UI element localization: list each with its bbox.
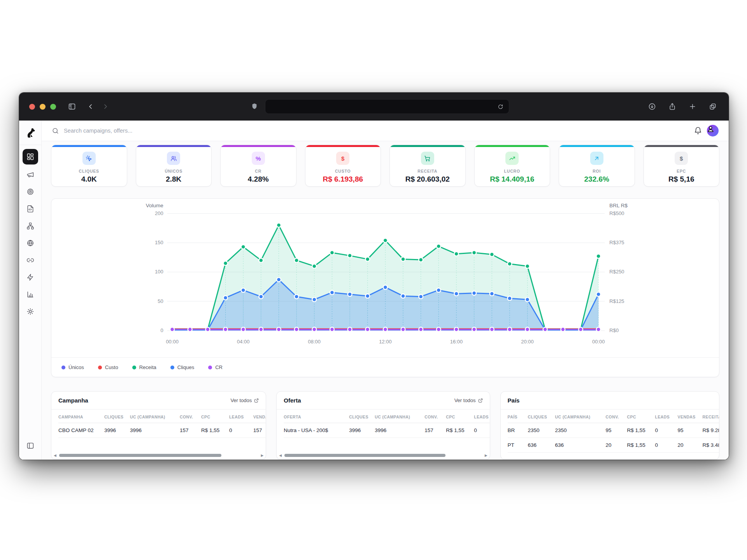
legend-item-unicos[interactable]: Únicos <box>61 364 84 370</box>
new-tab-icon[interactable] <box>687 101 698 112</box>
minimize-window-button[interactable] <box>40 104 46 110</box>
column-header: UC (CAMPANHA) <box>130 410 180 423</box>
svg-text:R$375: R$375 <box>609 240 624 245</box>
table-row[interactable]: CBO CAMP 0239963996157R$ 1,550157R <box>58 423 266 438</box>
table-row[interactable]: PT63663620R$ 1,55020R$ 3.484,10 <box>508 438 719 453</box>
table-cell: 636 <box>555 438 606 453</box>
svg-text:R$250: R$250 <box>609 269 624 275</box>
svg-text:08:00: 08:00 <box>308 339 321 345</box>
back-icon[interactable] <box>85 101 96 112</box>
sidebar-item-automation[interactable] <box>22 269 39 286</box>
scroll-left-arrow-icon[interactable]: ◀ <box>279 454 282 457</box>
kpi-label: EPC <box>677 169 686 173</box>
column-header: LEADS <box>474 410 489 423</box>
table-card-header: CampanhaVer todos <box>51 392 266 410</box>
app-header <box>42 121 729 141</box>
kpi-card-roi[interactable]: ROI232.6% <box>559 145 635 187</box>
scroll-right-arrow-icon[interactable]: ▶ <box>261 454 263 457</box>
tab-overview-icon[interactable] <box>707 101 719 112</box>
collapse-sidebar-icon[interactable] <box>22 437 39 454</box>
legend-item-cliques[interactable]: Cliques <box>170 364 194 370</box>
kpi-card-custo[interactable]: $CUSTOR$ 6.193,86 <box>305 145 381 187</box>
kpi-icon-chip: $ <box>336 152 349 165</box>
table-row[interactable]: Nutra - USA - 200$39963996157R$ 1,550157 <box>284 423 489 438</box>
table-scroll-area[interactable]: CAMPANHACLIQUESUC (CAMPANHA)CONV.CPCLEAD… <box>51 410 266 453</box>
legend-item-receita[interactable]: Receita <box>132 364 156 370</box>
sidebar-item-links[interactable] <box>22 252 39 269</box>
legend-item-custo[interactable]: Custo <box>98 364 118 370</box>
table-cell: 3996 <box>130 423 180 438</box>
column-header: VENDAS <box>678 410 703 423</box>
scrollbar-track[interactable] <box>284 454 482 457</box>
kpi-card-cr[interactable]: %CR4.28% <box>220 145 296 187</box>
horizontal-scrollbar[interactable]: ◀▶ <box>51 453 266 459</box>
kpi-value: R$ 6.193,86 <box>323 175 363 184</box>
trending-up-icon <box>509 155 516 162</box>
table-cell: 3996 <box>375 423 424 438</box>
svg-text:Volume: Volume <box>146 203 163 208</box>
zoom-window-button[interactable] <box>50 104 56 110</box>
ver-todos-link[interactable]: Ver todos <box>454 397 483 403</box>
table-row[interactable]: BR2350235095R$ 1,55095R$ 9.288,09 <box>508 423 719 438</box>
scroll-left-arrow-icon[interactable]: ◀ <box>54 454 56 457</box>
column-header: CPC <box>201 410 229 423</box>
data-table: CAMPANHACLIQUESUC (CAMPANHA)CONV.CPCLEAD… <box>58 410 266 438</box>
column-header: RECEITA (CO <box>703 410 719 423</box>
globe-icon <box>26 239 34 247</box>
horizontal-scrollbar[interactable]: ◀▶ <box>277 453 489 459</box>
forward-icon[interactable] <box>100 101 111 112</box>
address-bar[interactable] <box>265 99 509 114</box>
sidebar-item-campaigns[interactable] <box>22 166 39 183</box>
kpi-row: CLIQUES4.0KÚNICOS2.8K%CR4.28%$CUSTOR$ 6.… <box>51 145 719 187</box>
sidebar-item-code-file[interactable] <box>22 200 39 217</box>
scroll-right-arrow-icon[interactable]: ▶ <box>485 454 487 457</box>
table-scroll-area[interactable]: OFERTACLIQUESUC (CAMPANHA)CONV.CPCLEADSV… <box>277 410 489 453</box>
user-avatar[interactable] <box>707 125 719 136</box>
table-scroll-area[interactable]: PAÍSCLIQUESUC (CAMPANHA)CONV.CPCLEADSVEN… <box>501 410 719 459</box>
share-icon[interactable] <box>666 101 678 112</box>
sidebar-item-globe[interactable] <box>22 234 39 252</box>
breakdown-tables-row: CampanhaVer todosCAMPANHACLIQUESUC (CAMP… <box>51 391 719 460</box>
legend-color-dot <box>208 366 212 369</box>
legend-item-cr[interactable]: CR <box>208 364 223 370</box>
address-input[interactable] <box>269 104 496 110</box>
search-input[interactable] <box>64 128 689 134</box>
svg-text:16:00: 16:00 <box>450 339 463 345</box>
browser-titlebar <box>19 93 729 121</box>
browser-sidebar-toggle-icon[interactable] <box>66 101 78 112</box>
traffic-chart[interactable]: Volume050100150200BRL R$R$0R$125R$250R$3… <box>51 199 719 354</box>
scrollbar-thumb[interactable] <box>284 454 445 457</box>
notifications-bell-icon[interactable] <box>694 126 702 135</box>
table-cell: 0 <box>474 423 489 438</box>
table-cell: PT <box>508 438 528 453</box>
sidebar-item-network[interactable] <box>22 217 39 234</box>
arrow-up-right-icon <box>593 155 600 162</box>
reload-icon[interactable] <box>496 102 505 111</box>
legend-label: CR <box>215 364 223 370</box>
app-logo[interactable] <box>19 121 41 145</box>
sidebar-item-reports[interactable] <box>22 286 39 303</box>
kpi-card-receita[interactable]: RECEITAR$ 20.603,02 <box>389 145 466 187</box>
table-cell: R$ 1,55 <box>446 423 474 438</box>
downloads-icon[interactable] <box>646 101 658 112</box>
kpi-card-cliques[interactable]: CLIQUES4.0K <box>51 145 127 187</box>
svg-text:BRL R$: BRL R$ <box>609 203 628 208</box>
privacy-shield-icon[interactable] <box>249 101 260 112</box>
sidebar-item-dashboard[interactable] <box>23 149 38 164</box>
table-card-oferta: OfertaVer todosOFERTACLIQUESUC (CAMPANHA… <box>276 391 490 460</box>
ver-todos-link[interactable]: Ver todos <box>230 397 259 403</box>
links-icon <box>26 256 34 264</box>
scrollbar-thumb[interactable] <box>59 454 222 457</box>
sidebar-item-settings[interactable] <box>22 303 39 320</box>
scrollbar-track[interactable] <box>58 454 259 457</box>
column-header: VENDAS <box>253 410 266 423</box>
kpi-label: ÚNICOS <box>165 169 182 173</box>
kpi-card-epc[interactable]: $EPCR$ 5,16 <box>644 145 720 187</box>
sidebar-item-target[interactable] <box>22 183 39 200</box>
close-window-button[interactable] <box>29 104 35 110</box>
kpi-icon-chip <box>82 152 96 165</box>
kpi-accent-bar <box>644 145 719 147</box>
kpi-card-unicos[interactable]: ÚNICOS2.8K <box>136 145 212 187</box>
kpi-label: ROI <box>593 169 601 173</box>
kpi-card-lucro[interactable]: LUCROR$ 14.409,16 <box>474 145 551 187</box>
